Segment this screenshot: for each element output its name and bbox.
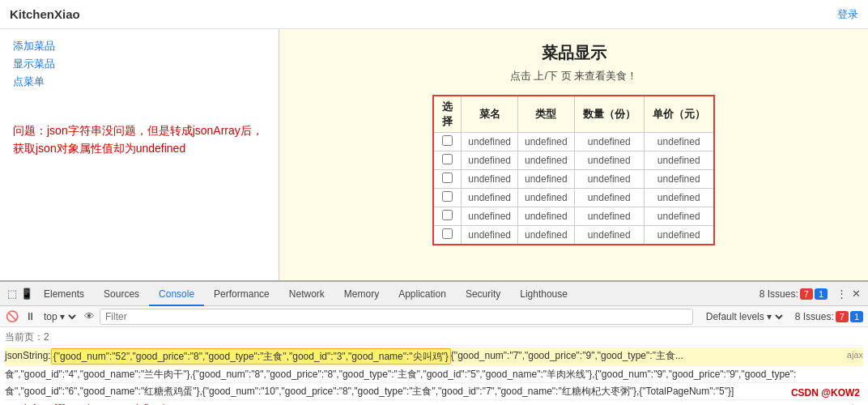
row-checkbox[interactable] bbox=[442, 191, 453, 202]
row-checkbox[interactable] bbox=[442, 135, 453, 146]
table-row: undefinedundefinedundefinedundefined bbox=[433, 170, 713, 189]
table-cell: undefined bbox=[462, 170, 518, 189]
table-cell: undefined bbox=[518, 151, 575, 170]
sidebar: 添加菜品 显示菜品 点菜单 问题：json字符串没问题，但是转成jsonArra… bbox=[0, 29, 279, 280]
devtools-tabs: ElementsSourcesConsolePerformanceNetwork… bbox=[34, 282, 577, 306]
issues-bar2: 8 Issues: 7 1 bbox=[795, 311, 863, 322]
panel-title: 菜品显示 bbox=[542, 42, 606, 64]
issues-label: 8 Issues: bbox=[760, 288, 798, 300]
devtools-inspect-btn[interactable]: ⬚ bbox=[5, 287, 19, 301]
devtools-panel: ⬚ 📱 ElementsSourcesConsolePerformanceNet… bbox=[0, 280, 868, 405]
row-checkbox[interactable] bbox=[442, 210, 453, 220]
annotation-line1: 问题：json字符串没问题，但是转成jsonArray后， bbox=[13, 124, 263, 137]
devtools-tab-performance[interactable]: Performance bbox=[204, 282, 279, 306]
context-select[interactable]: top ▾ bbox=[40, 310, 79, 323]
table-cell: undefined bbox=[644, 170, 714, 189]
console-text-json3: 食","good_id":"6","good_name":"红糖煮鸡蛋"},{"… bbox=[5, 384, 734, 399]
table-cell: undefined bbox=[518, 207, 575, 226]
table-cell: undefined bbox=[574, 226, 644, 245]
console-line-json: jsonString:{"good_num":"52","good_price"… bbox=[5, 347, 863, 366]
table-row: undefinedundefinedundefinedundefined bbox=[433, 133, 713, 151]
devtools-close-btn[interactable]: ✕ bbox=[849, 287, 863, 301]
table-cell: undefined bbox=[574, 170, 644, 189]
sidebar-link-order[interactable]: 点菜单 bbox=[13, 75, 266, 89]
issues-bar2-red: 7 bbox=[836, 311, 849, 322]
col-header-select: 选择 bbox=[433, 96, 462, 133]
csdn-watermark: CSDN @KOW2 bbox=[791, 387, 860, 399]
logo: KitchenXiao bbox=[10, 7, 80, 21]
console-code-json: {"good_num":"52","good_price":"8","good_… bbox=[51, 348, 451, 364]
console-line-pagenum: 当前页：2 bbox=[5, 329, 863, 346]
devtools-tab-network[interactable]: Network bbox=[279, 282, 334, 306]
eye-btn[interactable]: 👁 bbox=[82, 309, 96, 324]
row-checkbox[interactable] bbox=[442, 173, 453, 183]
pause-btn[interactable]: ⏸ bbox=[23, 309, 37, 324]
devtools-tab-elements[interactable]: Elements bbox=[34, 282, 94, 306]
right-panel: 菜品显示 点击 上/下 页 来查看美食！ 选择 菜名 类型 数量（份） 单价（元… bbox=[279, 29, 868, 280]
devtools-tab-application[interactable]: Application bbox=[389, 282, 456, 306]
issues-badge-red: 7 bbox=[800, 288, 813, 300]
login-link[interactable]: 登录 bbox=[837, 7, 858, 22]
table-cell: undefined bbox=[574, 151, 644, 170]
clear-console-btn[interactable]: 🚫 bbox=[5, 309, 19, 324]
col-header-price: 单价（元） bbox=[644, 96, 714, 133]
console-post-json: {"good_num":"7","good_price":"9","good_t… bbox=[451, 348, 683, 364]
table-cell: undefined bbox=[644, 207, 714, 226]
levels-select[interactable]: Default levels ▾ bbox=[703, 310, 785, 323]
devtools-settings-btn[interactable]: ⋮ bbox=[834, 287, 849, 301]
main-content: 添加菜品 显示菜品 点菜单 问题：json字符串没问题，但是转成jsonArra… bbox=[0, 29, 868, 280]
table-cell: undefined bbox=[644, 189, 714, 207]
panel-subtitle: 点击 上/下 页 来查看美食！ bbox=[510, 69, 637, 83]
devtools-tab-lighthouse[interactable]: Lighthouse bbox=[510, 282, 577, 306]
console-pre-json: jsonString: bbox=[5, 348, 51, 364]
table-row: undefinedundefinedundefinedundefined bbox=[433, 189, 713, 207]
table-cell: undefined bbox=[518, 226, 575, 245]
issues-bar2-label: 8 Issues: bbox=[795, 311, 834, 322]
devtools-device-btn[interactable]: 📱 bbox=[19, 287, 34, 301]
menu-table: 选择 菜名 类型 数量（份） 单价（元） undefinedundefinedu… bbox=[432, 95, 714, 245]
console-label-ajax2: ajax bbox=[834, 401, 863, 405]
console-filter-input[interactable] bbox=[100, 309, 693, 325]
table-cell: undefined bbox=[462, 207, 518, 226]
issues-badge-blue: 1 bbox=[815, 288, 828, 300]
header: KitchenXiao 登录 bbox=[0, 0, 868, 29]
issues-bar2-blue: 1 bbox=[850, 311, 863, 322]
console-line-json3: 食","good_id":"6","good_name":"红糖煮鸡蛋"},{"… bbox=[5, 383, 863, 400]
table-cell: undefined bbox=[462, 151, 518, 170]
devtools-filter-bar: 🚫 ⏸ top ▾ 👁 Default levels ▾ 8 Issues: 7… bbox=[0, 306, 868, 327]
console-line-err1: goodsArray[0].good_name undefined ajax bbox=[5, 400, 863, 405]
table-cell: undefined bbox=[574, 133, 644, 151]
table-cell: undefined bbox=[518, 189, 575, 207]
console-text-pagenum: 当前页：2 bbox=[5, 330, 49, 344]
devtools-tab-console[interactable]: Console bbox=[149, 282, 204, 306]
table-cell: undefined bbox=[644, 151, 714, 170]
devtools-tab-sources[interactable]: Sources bbox=[94, 282, 149, 306]
row-checkbox[interactable] bbox=[442, 228, 453, 239]
table-row: undefinedundefinedundefinedundefined bbox=[433, 151, 713, 170]
sidebar-link-add[interactable]: 添加菜品 bbox=[13, 39, 266, 53]
devtools-issues: 8 Issues: 7 1 bbox=[760, 288, 828, 300]
col-header-name: 菜名 bbox=[462, 96, 518, 133]
console-label-ajax1: ajax bbox=[834, 348, 863, 364]
table-cell: undefined bbox=[644, 133, 714, 151]
col-header-type: 类型 bbox=[518, 96, 575, 133]
console-text-err1: goodsArray[0].good_name undefined bbox=[5, 401, 164, 405]
annotation-line2: 获取json对象属性值却为undefined bbox=[13, 142, 185, 155]
table-cell: undefined bbox=[518, 133, 575, 151]
table-cell: undefined bbox=[574, 207, 644, 226]
table-row: undefinedundefinedundefinedundefined bbox=[433, 207, 713, 226]
annotation: 问题：json字符串没问题，但是转成jsonArray后， 获取json对象属性… bbox=[13, 122, 266, 158]
devtools-toolbar: ⬚ 📱 ElementsSourcesConsolePerformanceNet… bbox=[0, 282, 868, 306]
col-header-qty: 数量（份） bbox=[574, 96, 644, 133]
sidebar-link-show[interactable]: 显示菜品 bbox=[13, 57, 266, 71]
devtools-tab-security[interactable]: Security bbox=[456, 282, 510, 306]
table-cell: undefined bbox=[462, 189, 518, 207]
table-cell: undefined bbox=[462, 226, 518, 245]
table-cell: undefined bbox=[644, 226, 714, 245]
table-cell: undefined bbox=[462, 133, 518, 151]
console-text-json2: 食","good_id":"4","good_name":"兰牛肉干"},{"g… bbox=[5, 367, 796, 382]
row-checkbox[interactable] bbox=[442, 154, 453, 164]
devtools-tab-memory[interactable]: Memory bbox=[334, 282, 389, 306]
table-cell: undefined bbox=[518, 170, 575, 189]
table-cell: undefined bbox=[574, 189, 644, 207]
